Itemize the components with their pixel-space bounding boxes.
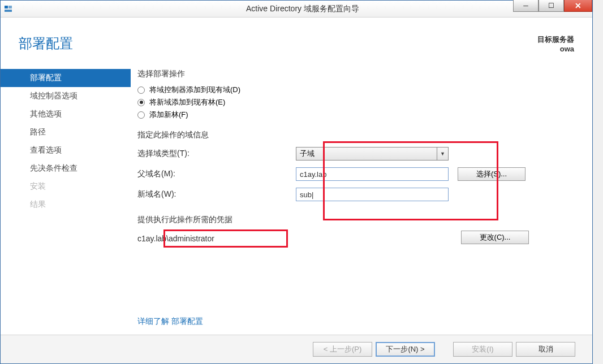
- page-title: 部署配置: [19, 34, 73, 53]
- radio-icon: [137, 111, 145, 119]
- sidebar-item-deploy[interactable]: 部署配置: [1, 69, 131, 87]
- window-title: Active Directory 域服务配置向导: [13, 4, 592, 14]
- domain-info-label: 指定此操作的域信息: [137, 130, 581, 140]
- new-domain-label: 新域名(W):: [137, 189, 296, 200]
- radio-icon: [137, 86, 145, 94]
- parent-domain-label: 父域名(M):: [137, 169, 296, 179]
- radio-add-dc-existing-domain[interactable]: 将域控制器添加到现有域(D): [137, 85, 581, 95]
- content: 选择部署操作 将域控制器添加到现有域(D) 将新域添加到现有林(E) 添加新林(…: [131, 59, 581, 335]
- sidebar-item-results: 结果: [1, 196, 131, 214]
- cancel-button[interactable]: 取消: [516, 342, 575, 357]
- deploy-op-radio-group: 将域控制器添加到现有域(D) 将新域添加到现有林(E) 添加新林(F): [137, 85, 581, 120]
- svg-rect-0: [5, 6, 8, 8]
- input-value: c1ay.lab: [300, 170, 326, 179]
- sidebar-item-prereq[interactable]: 先决条件检查: [1, 159, 131, 177]
- prev-button[interactable]: < 上一步(P): [313, 342, 372, 357]
- wizard-window: Active Directory 域服务配置向导 ─ ☐ ✕ 部署配置 目标服务…: [0, 0, 593, 364]
- target-server: 目标服务器 owa: [537, 34, 574, 53]
- change-button[interactable]: 更改(C)...: [461, 231, 529, 244]
- next-button[interactable]: 下一步(N) >: [376, 342, 435, 357]
- radio-icon: [137, 99, 145, 106]
- sidebar-item-review[interactable]: 查看选项: [1, 141, 131, 159]
- minimize-button[interactable]: ─: [513, 0, 539, 12]
- header-region: 部署配置 目标服务器 owa: [1, 18, 592, 59]
- sidebar: 部署配置 域控制器选项 其他选项 路径 查看选项 先决条件检查 安装 结果: [1, 59, 131, 335]
- chevron-down-icon: ▼: [437, 147, 448, 161]
- sidebar-item-install: 安装: [1, 177, 131, 196]
- input-value: sub: [300, 190, 312, 199]
- parent-domain-input[interactable]: c1ay.lab: [296, 167, 449, 181]
- sidebar-item-paths[interactable]: 路径: [1, 123, 131, 141]
- deploy-op-label: 选择部署操作: [137, 69, 581, 79]
- right-edge-gutter: [593, 0, 603, 364]
- dropdown-value: 子域: [300, 149, 315, 159]
- more-info-link[interactable]: 部署配置: [171, 317, 203, 326]
- radio-label: 将新域添加到现有林(E): [149, 97, 225, 107]
- radio-label: 将域控制器添加到现有域(D): [149, 85, 240, 95]
- sidebar-item-dc-options[interactable]: 域控制器选项: [1, 87, 131, 105]
- select-button[interactable]: 选择(S)...: [458, 167, 526, 181]
- target-label: 目标服务器: [537, 34, 574, 45]
- radio-label: 添加新林(F): [149, 110, 188, 120]
- more-info-prefix: 详细了解: [137, 317, 169, 326]
- maximize-button[interactable]: ☐: [539, 0, 564, 12]
- new-domain-input[interactable]: sub: [296, 188, 449, 201]
- domain-type-dropdown[interactable]: 子域 ▼: [296, 147, 449, 161]
- close-button[interactable]: ✕: [564, 0, 592, 12]
- titlebar: Active Directory 域服务配置向导 ─ ☐ ✕: [1, 1, 592, 18]
- window-controls: ─ ☐ ✕: [513, 0, 592, 12]
- footer: < 上一步(P) 下一步(N) > 安装(I) 取消: [1, 335, 592, 363]
- svg-rect-2: [5, 10, 12, 12]
- more-info-row: 详细了解 部署配置: [137, 317, 203, 327]
- creds-section-label: 提供执行此操作所需的凭据: [137, 215, 581, 225]
- svg-rect-1: [8, 6, 12, 8]
- install-button: 安装(I): [453, 342, 512, 357]
- domain-type-label: 选择域类型(T):: [137, 149, 296, 159]
- credentials-value: c1ay.lab\administrator: [137, 232, 461, 243]
- target-value: owa: [537, 45, 574, 53]
- radio-add-new-forest[interactable]: 添加新林(F): [137, 110, 581, 120]
- sidebar-item-other-options[interactable]: 其他选项: [1, 105, 131, 123]
- app-icon: [4, 5, 13, 14]
- radio-add-domain-existing-forest[interactable]: 将新域添加到现有林(E): [137, 97, 581, 107]
